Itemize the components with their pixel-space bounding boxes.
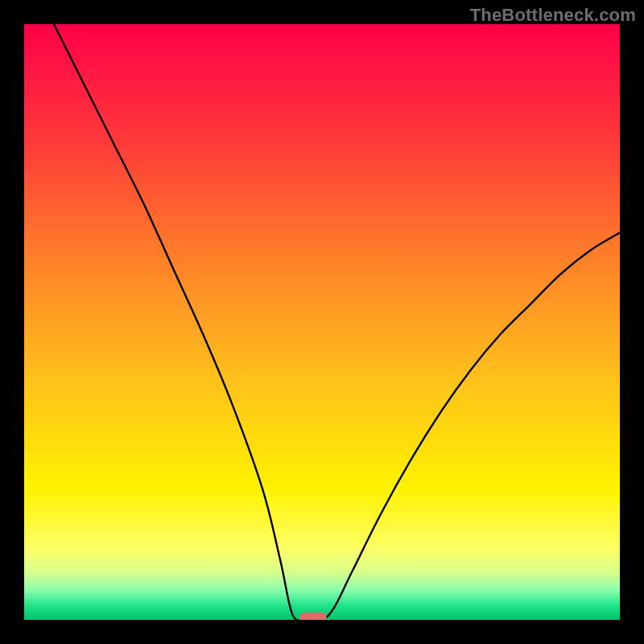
optimal-marker xyxy=(299,613,327,620)
chart-container: TheBottleneck.com xyxy=(0,0,644,644)
watermark-text: TheBottleneck.com xyxy=(470,5,636,26)
bottleneck-chart xyxy=(24,24,620,620)
plot-area xyxy=(24,24,620,620)
gradient-background xyxy=(24,24,620,620)
